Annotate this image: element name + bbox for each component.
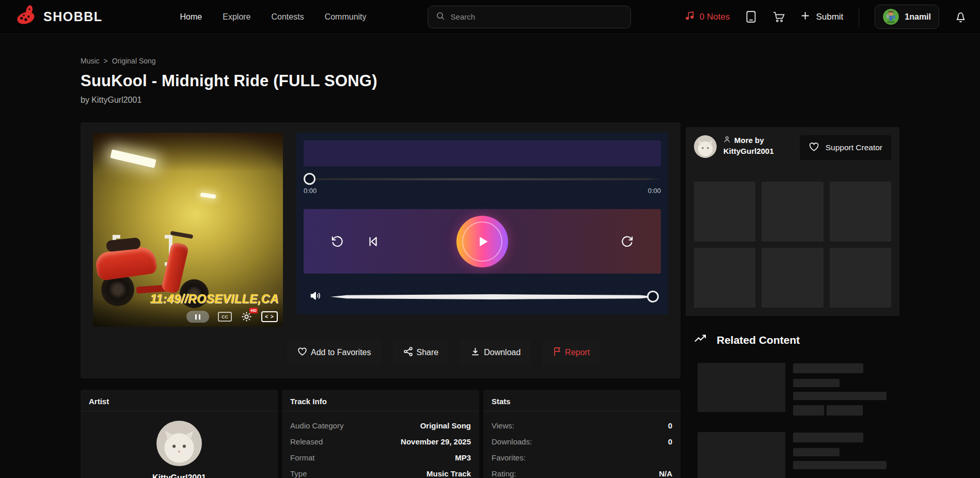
player-card: 11:49//ROSEVILLE,CA CC HD < > bbox=[81, 122, 681, 378]
nav-divider bbox=[859, 7, 859, 27]
submit-button[interactable]: Submit bbox=[801, 11, 843, 23]
plus-icon bbox=[801, 11, 810, 23]
stats-row-downloads: Downloads: 0 bbox=[492, 434, 672, 450]
favorites-label: Add to Favorites bbox=[311, 348, 371, 357]
volume-slider[interactable] bbox=[330, 291, 657, 303]
notes-counter[interactable]: 0 Notes bbox=[685, 10, 730, 23]
flag-icon bbox=[552, 346, 561, 359]
support-creator-button[interactable]: Support Creator bbox=[800, 135, 891, 160]
more-by-heading[interactable]: More by KittyGurl2001 bbox=[723, 135, 774, 155]
album-art: 11:49//ROSEVILLE,CA CC HD < > bbox=[93, 133, 283, 327]
share-button[interactable]: Share bbox=[393, 340, 449, 365]
row-label: Type bbox=[290, 469, 307, 478]
row-label: Format bbox=[290, 453, 315, 462]
more-by-grid bbox=[694, 182, 891, 308]
share-icon bbox=[403, 346, 413, 359]
waveform-display[interactable] bbox=[304, 140, 661, 166]
more-by-label: More by bbox=[734, 136, 764, 145]
add-to-favorites-button[interactable]: Add to Favorites bbox=[287, 340, 382, 365]
heart-icon bbox=[297, 347, 307, 358]
notifications-bell-icon[interactable] bbox=[955, 10, 967, 23]
captions-icon[interactable]: CC bbox=[218, 312, 232, 322]
art-caption: 11:49//ROSEVILLE,CA bbox=[150, 292, 279, 306]
volume-control bbox=[304, 291, 661, 303]
report-button[interactable]: Report bbox=[542, 340, 600, 365]
placeholder-thumb[interactable] bbox=[694, 248, 755, 308]
transport-controls bbox=[304, 209, 661, 274]
submit-label: Submit bbox=[816, 12, 843, 22]
nav-link-contests[interactable]: Contests bbox=[272, 12, 304, 22]
volume-track[interactable] bbox=[330, 294, 657, 299]
download-button[interactable]: Download bbox=[460, 340, 531, 365]
placeholder-thumb[interactable] bbox=[762, 182, 823, 242]
user-menu[interactable]: 1namil bbox=[875, 5, 939, 29]
related-item[interactable] bbox=[686, 363, 899, 416]
row-value: Music Track bbox=[426, 469, 471, 478]
download-label: Download bbox=[484, 348, 520, 357]
related-content-header: Related Content bbox=[686, 333, 899, 346]
total-time: 0:00 bbox=[648, 187, 661, 195]
breadcrumb-original-song[interactable]: Original Song bbox=[112, 57, 156, 65]
breadcrumb: Music > Original Song bbox=[81, 57, 681, 65]
trending-up-icon bbox=[694, 333, 708, 346]
brand-name: SHOBBL bbox=[43, 9, 103, 24]
settings-gear-icon[interactable]: HD bbox=[241, 311, 252, 323]
play-button[interactable] bbox=[456, 216, 508, 267]
row-value: November 29, 2025 bbox=[401, 437, 471, 446]
track-row-format: Format MP3 bbox=[290, 450, 471, 466]
artist-name[interactable]: KittyGurl2001 bbox=[152, 473, 206, 478]
related-item[interactable] bbox=[686, 432, 899, 478]
track-actions: Add to Favorites Share Download Report bbox=[287, 340, 668, 365]
track-row-type: Type Music Track bbox=[290, 466, 471, 478]
stats-row-views: Views: 0 bbox=[492, 418, 672, 434]
nav-link-community[interactable]: Community bbox=[325, 12, 367, 22]
user-avatar bbox=[883, 9, 899, 25]
related-text-placeholder bbox=[793, 432, 899, 478]
stats-row-rating: Rating: N/A bbox=[492, 466, 672, 478]
progress-handle[interactable] bbox=[304, 173, 315, 185]
player-size-icon[interactable]: < > bbox=[261, 311, 278, 322]
breadcrumb-separator: > bbox=[104, 57, 108, 65]
related-content-title: Related Content bbox=[717, 334, 800, 346]
track-info-title: Track Info bbox=[282, 390, 479, 411]
track-row-released: Released November 29, 2025 bbox=[290, 434, 471, 450]
row-value: Original Song bbox=[420, 421, 471, 430]
share-label: Share bbox=[417, 348, 439, 357]
row-label: Favorites: bbox=[492, 453, 526, 462]
row-value: 0 bbox=[668, 421, 672, 430]
artist-avatar[interactable] bbox=[156, 421, 202, 466]
volume-handle[interactable] bbox=[647, 291, 659, 302]
artist-card: Artist KittyGurl2001 @ripped_gold bbox=[81, 390, 278, 478]
track-row-category: Audio Category Original Song bbox=[290, 418, 471, 434]
skip-previous-icon[interactable] bbox=[367, 235, 379, 248]
more-by-artist: KittyGurl2001 bbox=[723, 147, 774, 155]
progress-track[interactable] bbox=[304, 178, 661, 181]
placeholder-thumb[interactable] bbox=[830, 248, 891, 308]
related-text-placeholder bbox=[793, 363, 899, 416]
placeholder-thumb[interactable] bbox=[762, 248, 823, 308]
person-icon bbox=[723, 136, 731, 145]
cart-icon[interactable] bbox=[772, 11, 785, 23]
replay-forward-icon[interactable] bbox=[621, 235, 634, 248]
heart-icon bbox=[809, 142, 819, 154]
row-label: Rating: bbox=[492, 469, 516, 478]
speaker-icon[interactable] bbox=[310, 291, 322, 303]
info-grid: Artist KittyGurl2001 @ripped_gold Track … bbox=[81, 390, 681, 478]
stats-title: Stats bbox=[483, 390, 681, 411]
progress-slider[interactable] bbox=[304, 173, 661, 185]
placeholder-thumb[interactable] bbox=[830, 182, 891, 242]
breadcrumb-music[interactable]: Music bbox=[81, 57, 100, 65]
restart-icon[interactable] bbox=[330, 235, 344, 248]
artist-card-title: Artist bbox=[81, 390, 278, 411]
library-icon[interactable] bbox=[745, 10, 757, 23]
placeholder-thumb[interactable] bbox=[694, 182, 755, 242]
username-label: 1namil bbox=[905, 12, 931, 22]
brand-home-link[interactable]: SHOBBL bbox=[13, 5, 103, 29]
nav-link-home[interactable]: Home bbox=[180, 12, 202, 22]
pause-icon[interactable] bbox=[186, 311, 209, 323]
nav-link-explore[interactable]: Explore bbox=[223, 12, 250, 22]
search-input[interactable] bbox=[451, 12, 623, 21]
search-bar[interactable] bbox=[428, 6, 631, 28]
creator-avatar[interactable] bbox=[694, 135, 717, 158]
byline[interactable]: by KittyGurl2001 bbox=[81, 95, 681, 105]
